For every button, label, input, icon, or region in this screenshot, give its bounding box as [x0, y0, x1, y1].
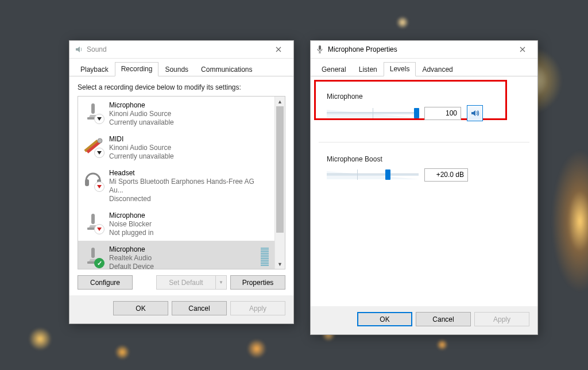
mic-properties-window: Microphone Properties General Listen Lev…	[310, 40, 538, 335]
tab-advanced[interactable]: Advanced	[416, 63, 459, 76]
microphone-icon	[315, 45, 324, 54]
svg-rect-5	[91, 214, 95, 224]
slider-thumb[interactable]	[385, 169, 390, 180]
sound-titlebar[interactable]: Sound	[69, 41, 293, 59]
device-source: Noise Blocker	[109, 220, 255, 229]
sound-title: Sound	[87, 45, 268, 53]
device-source: Realtek Audio	[109, 254, 255, 263]
device-name: Headset	[109, 169, 255, 178]
level-meter	[261, 245, 269, 266]
svg-rect-7	[91, 248, 95, 258]
device-status: Disconnected	[109, 195, 255, 203]
device-source: Mi Sports Bluetooth Earphones Hands-Free…	[109, 178, 255, 195]
device-text: MicrophoneRealtek AudioDefault Device	[109, 244, 255, 269]
svg-rect-15	[319, 45, 321, 50]
mic-level-slider[interactable]	[327, 106, 419, 120]
close-icon[interactable]	[512, 41, 533, 57]
device-status: Default Device	[109, 263, 255, 269]
device-text: MicrophoneKinoni Audio SourceCurrently u…	[109, 100, 255, 127]
tab-recording[interactable]: Recording	[115, 62, 159, 76]
apply-button: Apply	[230, 301, 285, 315]
svg-rect-0	[91, 103, 95, 114]
recording-instruction: Select a recording device below to modif…	[78, 83, 285, 91]
status-badge	[94, 224, 105, 234]
device-name: Microphone	[109, 101, 255, 110]
status-badge	[94, 258, 105, 268]
close-icon[interactable]	[268, 41, 289, 57]
scroll-thumb[interactable]	[276, 106, 284, 233]
device-icon	[83, 100, 103, 123]
scroll-up-icon[interactable]: ▲	[275, 97, 285, 106]
tab-levels[interactable]: Levels	[384, 62, 416, 76]
svg-point-2	[98, 138, 102, 143]
device-icon	[83, 168, 103, 191]
divider	[319, 142, 529, 142]
set-default-dropdown-icon[interactable]: ▼	[216, 275, 227, 290]
device-name: Microphone	[109, 245, 255, 254]
device-list[interactable]: MicrophoneKinoni Audio SourceCurrently u…	[78, 97, 274, 269]
cancel-button[interactable]: Cancel	[172, 301, 227, 315]
ok-button[interactable]: OK	[357, 312, 412, 326]
status-badge	[94, 114, 105, 124]
configure-button[interactable]: Configure	[78, 275, 133, 290]
device-item[interactable]: MicrophoneNoise BlockerNot plugged in	[78, 207, 274, 241]
status-badge	[94, 148, 105, 158]
device-name: MIDI	[109, 135, 255, 144]
device-text: MicrophoneNoise BlockerNot plugged in	[109, 210, 255, 237]
mic-footer: OK Cancel Apply	[311, 306, 537, 334]
device-status: Not plugged in	[109, 229, 255, 237]
mic-boost-slider[interactable]	[327, 168, 419, 182]
sound-body: Select a recording device below to modif…	[69, 76, 293, 295]
slider-thumb[interactable]	[414, 108, 419, 118]
mic-level-value[interactable]: 100	[424, 107, 461, 120]
mic-body: Microphone 100 Microphone Boost	[311, 76, 537, 306]
tab-listen[interactable]: Listen	[353, 63, 384, 76]
sound-action-row: Configure Set Default ▼ Properties	[78, 275, 285, 290]
device-text: MIDIKinoni Audio SourceCurrently unavail…	[109, 134, 255, 161]
device-status: Currently unavailable	[109, 118, 255, 127]
device-source: Kinoni Audio Source	[109, 144, 255, 152]
scroll-down-icon[interactable]: ▼	[275, 259, 285, 269]
status-badge	[94, 182, 105, 192]
mic-boost-label: Microphone Boost	[327, 155, 521, 163]
ok-button[interactable]: OK	[113, 301, 168, 315]
mic-boost-value[interactable]: +20.0 dB	[424, 168, 468, 182]
scrollbar[interactable]: ▲ ▼	[274, 97, 285, 269]
mic-titlebar[interactable]: Microphone Properties	[311, 41, 537, 59]
set-default-button: Set Default	[156, 275, 216, 290]
mic-boost-group: Microphone Boost +20.0 dB	[319, 147, 529, 192]
tab-sounds[interactable]: Sounds	[158, 63, 195, 76]
tab-communications[interactable]: Communications	[195, 63, 258, 76]
device-text: HeadsetMi Sports Bluetooth Earphones Han…	[109, 168, 255, 203]
device-icon	[83, 244, 103, 267]
device-item[interactable]: MIDIKinoni Audio SourceCurrently unavail…	[78, 130, 274, 164]
mute-button[interactable]	[467, 105, 483, 121]
tab-general[interactable]: General	[315, 63, 353, 76]
sound-icon	[74, 45, 83, 54]
microphone-level-group: Microphone 100	[319, 87, 529, 132]
device-item[interactable]: MicrophoneKinoni Audio SourceCurrently u…	[78, 97, 274, 130]
device-icon	[83, 210, 103, 233]
device-source: Kinoni Audio Source	[109, 110, 255, 118]
mic-tabstrip: General Listen Levels Advanced	[311, 59, 537, 76]
device-item[interactable]: MicrophoneRealtek AudioDefault Device	[78, 241, 274, 269]
sound-window: Sound Playback Recording Sounds Communic…	[69, 40, 294, 324]
sound-tabstrip: Playback Recording Sounds Communications	[69, 59, 293, 76]
sound-footer: OK Cancel Apply	[69, 295, 293, 323]
mic-level-label: Microphone	[327, 92, 521, 101]
cancel-button[interactable]: Cancel	[416, 312, 471, 326]
svg-rect-3	[85, 179, 89, 186]
properties-button[interactable]: Properties	[230, 275, 285, 290]
device-icon	[83, 134, 103, 157]
mic-title: Microphone Properties	[328, 45, 512, 53]
device-item[interactable]: HeadsetMi Sports Bluetooth Earphones Han…	[78, 164, 274, 207]
apply-button: Apply	[474, 312, 529, 326]
tab-playback[interactable]: Playback	[74, 63, 115, 76]
device-status: Currently unavailable	[109, 152, 255, 161]
device-list-container: MicrophoneKinoni Audio SourceCurrently u…	[78, 96, 285, 269]
device-name: Microphone	[109, 211, 255, 220]
